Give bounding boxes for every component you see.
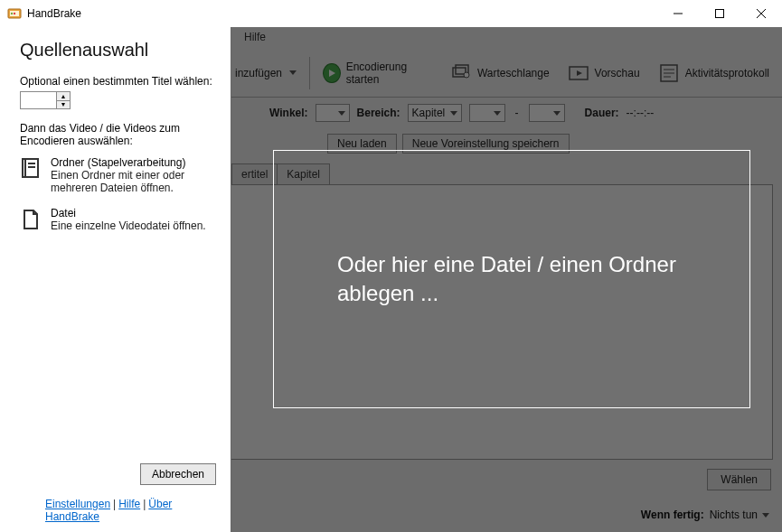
titlebar: HandBrake	[0, 0, 782, 27]
window-title: HandBrake	[27, 7, 81, 20]
svg-point-3	[14, 12, 15, 14]
folder-icon	[20, 156, 42, 182]
svg-rect-20	[28, 163, 35, 164]
maximize-button[interactable]	[699, 0, 740, 27]
link-settings[interactable]: Einstellungen	[45, 498, 110, 510]
cancel-button[interactable]: Abbrechen	[140, 463, 216, 485]
source-panel: Quellenauswahl Optional einen bestimmten…	[0, 27, 231, 532]
optional-title-label: Optional einen bestimmten Titel wählen:	[20, 75, 216, 88]
drop-message: Oder hier eine Datei / einen Ordner able…	[274, 250, 749, 309]
footer-links: Einstellungen|Hilfe|Über HandBrake	[20, 498, 216, 523]
title-spinner[interactable]: ▲ ▼	[20, 91, 216, 109]
panel-heading: Quellenauswahl	[20, 40, 216, 61]
svg-point-2	[11, 12, 13, 14]
svg-rect-5	[716, 9, 724, 17]
file-icon	[20, 207, 42, 232]
folder-desc: Einen Ordner mit einer oder mehreren Dat…	[51, 169, 216, 194]
spinner-up[interactable]: ▲	[56, 91, 71, 100]
close-button[interactable]	[740, 0, 782, 27]
instruction-text: Dann das Video / die Videos zum Encodier…	[20, 122, 216, 147]
source-folder-option[interactable]: Ordner (Stapelverarbeitung) Einen Ordner…	[20, 156, 216, 194]
folder-title: Ordner (Stapelverarbeitung)	[51, 156, 216, 169]
spinner-down[interactable]: ▼	[56, 100, 71, 110]
link-help[interactable]: Hilfe	[118, 498, 140, 510]
drop-zone[interactable]: Oder hier eine Datei / einen Ordner able…	[273, 150, 750, 408]
title-number-input[interactable]	[20, 91, 56, 109]
source-file-option[interactable]: Datei Eine einzelne Videodatei öffnen.	[20, 207, 216, 232]
file-desc: Eine einzelne Videodatei öffnen.	[51, 219, 206, 232]
file-title: Datei	[51, 207, 206, 219]
app-icon	[7, 6, 22, 21]
svg-rect-21	[28, 166, 35, 168]
minimize-button[interactable]	[657, 0, 699, 27]
